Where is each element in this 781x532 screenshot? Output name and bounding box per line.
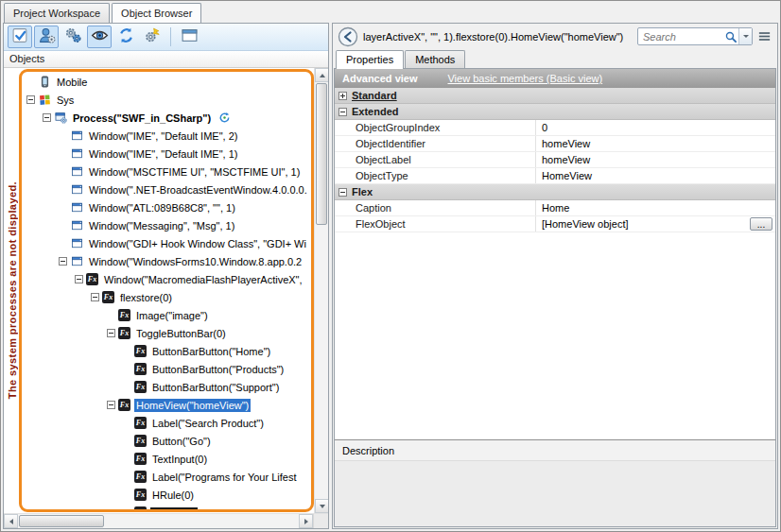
property-value-text: 0 <box>542 122 547 133</box>
tree-vertical-scrollbar[interactable] <box>314 68 328 513</box>
property-name: ObjectLabel <box>335 152 536 167</box>
tree-item[interactable]: Window("MSCTFIME UI", "MSCTFIME UI", 1) <box>24 163 311 180</box>
tree-item[interactable]: FxImage("image") <box>24 306 311 324</box>
tree-item[interactable]: Window("Messaging", "Msg", 1) <box>24 216 311 234</box>
tree-expander-minus[interactable] <box>91 293 99 301</box>
scroll-down-button[interactable] <box>315 499 328 513</box>
tree-item-label: Window("IME", "Default IME", 1) <box>87 147 239 161</box>
tree-item[interactable]: Sys <box>24 91 311 109</box>
window-icon <box>70 201 83 215</box>
show-checked-objects-button[interactable] <box>8 26 32 48</box>
property-group-header[interactable]: Extended <box>335 104 775 120</box>
horizontal-scroll-thumb[interactable] <box>19 515 104 527</box>
scroll-up-button[interactable] <box>315 68 328 82</box>
tree-item[interactable]: FxButtonBarButton("Products") <box>24 360 311 378</box>
panel-view-button[interactable] <box>177 26 201 48</box>
tree-item[interactable]: Fxflexstore(0) <box>24 288 311 306</box>
property-group-header[interactable]: Standard <box>335 88 775 104</box>
tree-item-label: Window(".NET-BroadcastEventWindow.4.0.0.… <box>87 183 309 197</box>
show-services-button[interactable] <box>61 26 85 48</box>
vertical-scroll-thumb[interactable] <box>316 83 327 225</box>
search-input[interactable] <box>638 31 724 43</box>
property-value: HomeView <box>536 168 775 183</box>
tree-item[interactable]: FxLabel("Search Product") <box>24 414 311 432</box>
tree-item[interactable]: Mobile <box>24 73 311 91</box>
tree-item[interactable]: FxButtonBarButton("Support") <box>24 378 311 396</box>
tab-properties[interactable]: Properties <box>336 50 404 69</box>
tree-item[interactable]: FxToggleButtonBar(0) <box>24 324 311 342</box>
show-processes-button[interactable] <box>34 26 59 48</box>
flex-icon: Fx <box>134 506 147 509</box>
group-expander-minus[interactable] <box>338 108 347 116</box>
flex-icon: Fx <box>118 309 130 321</box>
basic-view-link[interactable]: View basic members (Basic view) <box>447 73 602 84</box>
tree-item[interactable]: Window("IME", "Default IME", 1) <box>24 145 311 163</box>
tree-item-label: ButtonBarButton("Home") <box>150 345 272 358</box>
tree-expander-minus[interactable] <box>43 113 51 122</box>
tree-item-label: Window("MSCTFIME UI", "MSCTFIME UI", 1) <box>87 165 302 179</box>
tree-expander-minus[interactable] <box>59 257 67 266</box>
property-row[interactable]: ObjectGroupIndex0 <box>335 120 775 136</box>
scroll-right-button[interactable] <box>299 514 313 528</box>
property-row[interactable]: ObjectIdentifierhomeView <box>335 136 775 152</box>
property-group-name: Flex <box>352 186 373 197</box>
refresh-button[interactable] <box>113 26 138 48</box>
panel-menu-button[interactable] <box>757 29 772 44</box>
property-group-header[interactable]: Flex <box>335 184 775 200</box>
tree-expander-minus[interactable] <box>107 401 115 409</box>
tab-project-workspace[interactable]: Project Workspace <box>4 3 110 23</box>
tree-item[interactable]: FxTextInput(0) <box>24 450 311 468</box>
tree-item[interactable]: Window(".NET-BroadcastEventWindow.4.0.0.… <box>24 180 311 198</box>
tree-item[interactable]: FxLabel("Programs for Your Lifest <box>24 468 311 486</box>
property-name: FlexObject <box>335 216 536 232</box>
refresh-icon <box>117 26 135 48</box>
search-dropdown-button[interactable] <box>738 28 752 44</box>
tree-item[interactable]: FxWindow("MacromediaFlashPlayerActiveX", <box>24 270 311 288</box>
tab-methods[interactable]: Methods <box>405 50 465 68</box>
view-mode-header: Advanced view View basic members (Basic … <box>335 69 775 88</box>
group-expander-plus[interactable] <box>338 92 347 100</box>
tree-item-label: Label("Programs for Your Lifest <box>150 471 299 484</box>
property-ellipsis-button[interactable]: ... <box>750 217 772 231</box>
tree-item[interactable]: Fx <box>24 504 311 509</box>
tree-item[interactable]: FxButton("Go") <box>24 432 311 450</box>
tree-item-label: TextInput(0) <box>150 453 209 466</box>
flex-icon: Fx <box>134 345 147 357</box>
scroll-left-button[interactable] <box>4 514 18 528</box>
tree-expander-minus[interactable] <box>75 275 83 283</box>
tree-item-label: Image("image") <box>134 309 210 322</box>
property-row[interactable]: CaptionHome <box>335 200 775 216</box>
window-icon <box>70 183 83 197</box>
tree-item[interactable]: Window("IME", "Default IME", 2) <box>24 127 311 145</box>
annotation-highlight-frame: MobileSysProcess("SWF_in_CSharp")Window(… <box>19 69 314 512</box>
tree-item[interactable]: Window("ATL:089B68C8", "", 1) <box>24 198 311 216</box>
tree-item[interactable]: Window("WindowsForms10.Window.8.app.0.2 <box>24 252 311 270</box>
tree-item-label: Window("ATL:089B68C8", "", 1) <box>87 201 237 215</box>
tree-expander-minus[interactable] <box>26 95 35 104</box>
tree-item[interactable]: FxHomeView("homeView") <box>24 396 311 414</box>
tree-item[interactable]: FxHRule(0) <box>24 486 311 504</box>
mobile-icon <box>38 76 51 89</box>
search-icon[interactable] <box>724 30 738 43</box>
tree-item[interactable]: Window("GDI+ Hook Window Class", "GDI+ W… <box>24 234 311 252</box>
tree-item-label <box>150 507 198 509</box>
tree-expander-minus[interactable] <box>107 329 115 337</box>
flex-icon: Fx <box>134 363 147 375</box>
flex-icon: Fx <box>134 471 147 483</box>
tree-horizontal-scrollbar[interactable] <box>4 513 328 528</box>
run-services-button[interactable] <box>140 26 165 48</box>
tree-item[interactable]: Process("SWF_in_CSharp") <box>24 109 311 127</box>
tree-item-label: Sys <box>55 94 76 107</box>
tree-item[interactable]: FxButtonBarButton("Home") <box>24 342 311 360</box>
tree-item-label: ButtonBarButton("Support") <box>150 381 281 394</box>
tree-item-label: Window("IME", "Default IME", 2) <box>87 129 239 143</box>
back-button[interactable] <box>338 26 358 47</box>
group-expander-minus[interactable] <box>338 188 347 197</box>
tab-object-browser[interactable]: Object Browser <box>112 3 201 23</box>
property-row[interactable]: ObjectLabelhomeView <box>335 152 775 168</box>
property-row[interactable]: FlexObject[HomeView object]... <box>335 216 775 232</box>
scrollbar-corner <box>313 514 328 528</box>
highlight-object-button[interactable] <box>87 26 112 48</box>
property-row[interactable]: ObjectTypeHomeView <box>335 168 775 184</box>
toolbar-separator <box>170 27 171 46</box>
